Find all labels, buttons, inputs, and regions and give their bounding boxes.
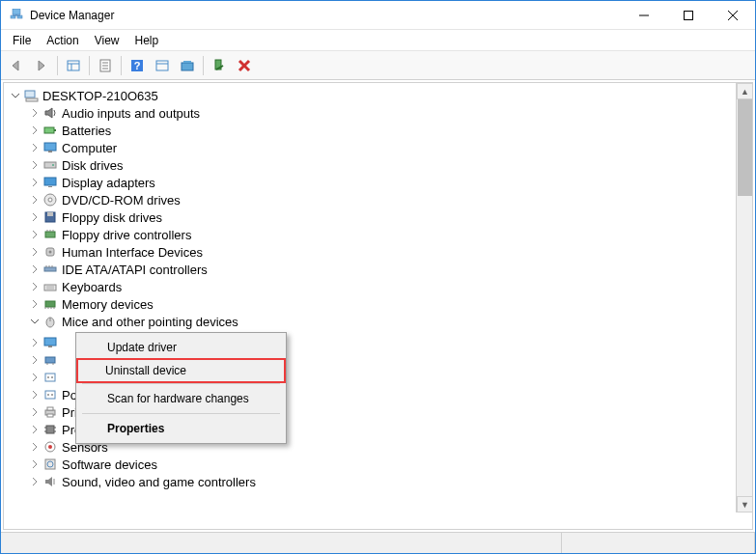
collapse-icon[interactable] <box>29 316 41 327</box>
maximize-button[interactable] <box>666 1 711 30</box>
category-label: Mice and other pointing devices <box>62 315 238 329</box>
show-hide-tree-button[interactable] <box>62 54 85 77</box>
tree-category-node[interactable]: Human Interface Devices <box>4 243 752 261</box>
tree-category-node[interactable]: Sound, video and game controllers <box>4 473 752 490</box>
expand-icon[interactable] <box>29 211 41 223</box>
expand-icon[interactable] <box>29 406 41 418</box>
expand-icon[interactable] <box>29 476 41 487</box>
expand-icon[interactable] <box>29 281 41 292</box>
scroll-down-button[interactable]: ▼ <box>737 496 753 512</box>
tree-root-node[interactable]: DESKTOP-210O635 <box>4 87 752 104</box>
keyboard-icon <box>42 279 58 294</box>
expand-icon[interactable] <box>29 229 41 240</box>
action-button[interactable] <box>151 54 174 77</box>
svg-text:?: ? <box>134 60 141 71</box>
context-menu-item[interactable]: Properties <box>78 416 284 441</box>
status-cell <box>562 533 755 553</box>
tree-category-node[interactable]: Software devices <box>4 456 752 473</box>
category-label: Memory devices <box>62 297 154 312</box>
toolbar: ? <box>1 51 755 80</box>
collapse-icon[interactable] <box>10 90 21 101</box>
minimize-button[interactable] <box>622 1 666 30</box>
close-button[interactable] <box>711 1 755 30</box>
expand-icon[interactable] <box>29 142 41 153</box>
tree-category-node[interactable]: DVD/CD-ROM drives <box>4 191 752 208</box>
svg-point-68 <box>47 394 49 396</box>
svg-rect-29 <box>44 143 56 151</box>
context-menu: Update driverUninstall deviceScan for ha… <box>75 332 287 444</box>
menu-action[interactable]: Action <box>39 32 86 49</box>
disk-icon <box>42 157 58 173</box>
tree-category-node[interactable]: Display adapters <box>4 174 752 191</box>
svg-rect-20 <box>182 63 193 70</box>
expand-icon[interactable] <box>29 389 41 401</box>
expand-icon[interactable] <box>29 298 41 310</box>
vertical-scrollbar[interactable]: ▲ ▼ <box>736 83 752 512</box>
tree-category-node[interactable]: Batteries <box>4 122 752 139</box>
svg-point-66 <box>51 376 53 378</box>
expand-icon[interactable] <box>29 125 41 136</box>
expand-icon[interactable] <box>29 263 41 275</box>
svg-point-69 <box>51 394 53 396</box>
enable-button[interactable] <box>208 54 231 77</box>
svg-rect-31 <box>44 162 56 168</box>
category-label: Floppy disk drives <box>62 210 162 225</box>
tree-category-node[interactable]: Floppy drive controllers <box>4 226 752 243</box>
expand-icon[interactable] <box>29 107 41 119</box>
menu-view[interactable]: View <box>87 32 127 49</box>
controller-icon <box>42 227 58 242</box>
expand-icon[interactable] <box>29 458 41 470</box>
ide-icon <box>42 262 58 277</box>
category-label: Disk drives <box>62 158 124 173</box>
scan-button[interactable] <box>176 54 199 77</box>
svg-rect-61 <box>45 357 55 363</box>
category-label: Computer <box>62 141 117 155</box>
sensor-icon <box>42 439 58 455</box>
titlebar: Device Manager <box>1 1 755 30</box>
svg-rect-18 <box>156 61 168 70</box>
forward-button[interactable] <box>30 54 53 77</box>
expand-icon[interactable] <box>29 246 41 258</box>
context-menu-item[interactable]: Update driver <box>78 335 284 360</box>
tree-category-node[interactable]: Floppy disk drives <box>4 208 752 226</box>
help-button[interactable]: ? <box>126 54 149 77</box>
expand-icon[interactable] <box>29 441 41 453</box>
expand-icon[interactable] <box>29 177 41 188</box>
properties-button[interactable] <box>94 54 117 77</box>
hid-icon <box>42 244 58 260</box>
expand-icon[interactable] <box>29 424 41 435</box>
svg-rect-34 <box>48 186 52 187</box>
tree-category-node[interactable]: IDE ATA/ATAPI controllers <box>4 261 752 278</box>
uninstall-button[interactable] <box>233 54 256 77</box>
status-cell <box>1 533 562 553</box>
expand-icon[interactable] <box>29 372 41 383</box>
monitor-icon <box>42 140 58 155</box>
expand-icon[interactable] <box>29 354 41 366</box>
context-menu-separator <box>82 383 280 384</box>
expand-icon[interactable] <box>29 194 41 206</box>
tree-category-node[interactable]: Memory devices <box>4 295 752 313</box>
svg-rect-49 <box>44 285 56 291</box>
svg-rect-28 <box>54 129 56 131</box>
svg-point-65 <box>47 376 49 378</box>
window-title: Device Manager <box>30 9 622 22</box>
tree-category-node[interactable]: Keyboards <box>4 278 752 295</box>
svg-rect-67 <box>45 391 55 399</box>
category-label: IDE ATA/ATAPI controllers <box>62 263 208 277</box>
back-button[interactable] <box>5 54 28 77</box>
tree-category-node[interactable]: Audio inputs and outputs <box>4 104 752 122</box>
scroll-thumb[interactable] <box>738 99 752 196</box>
tree-category-node[interactable]: Disk drives <box>4 156 752 174</box>
menu-file[interactable]: File <box>5 32 39 49</box>
tree-category-node[interactable]: Computer <box>4 139 752 156</box>
category-label: Audio inputs and outputs <box>62 106 200 121</box>
context-menu-item[interactable]: Scan for hardware changes <box>78 386 284 411</box>
expand-icon[interactable] <box>29 159 41 171</box>
tree-category-node[interactable]: Mice and other pointing devices <box>4 313 752 330</box>
scroll-up-button[interactable]: ▲ <box>737 83 753 99</box>
category-label: DVD/CD-ROM drives <box>62 193 181 208</box>
context-menu-item[interactable]: Uninstall device <box>76 358 286 383</box>
expand-icon[interactable] <box>29 337 41 348</box>
menu-help[interactable]: Help <box>127 32 167 49</box>
device-tree[interactable]: DESKTOP-210O635 Audio inputs and outputs… <box>4 83 752 529</box>
